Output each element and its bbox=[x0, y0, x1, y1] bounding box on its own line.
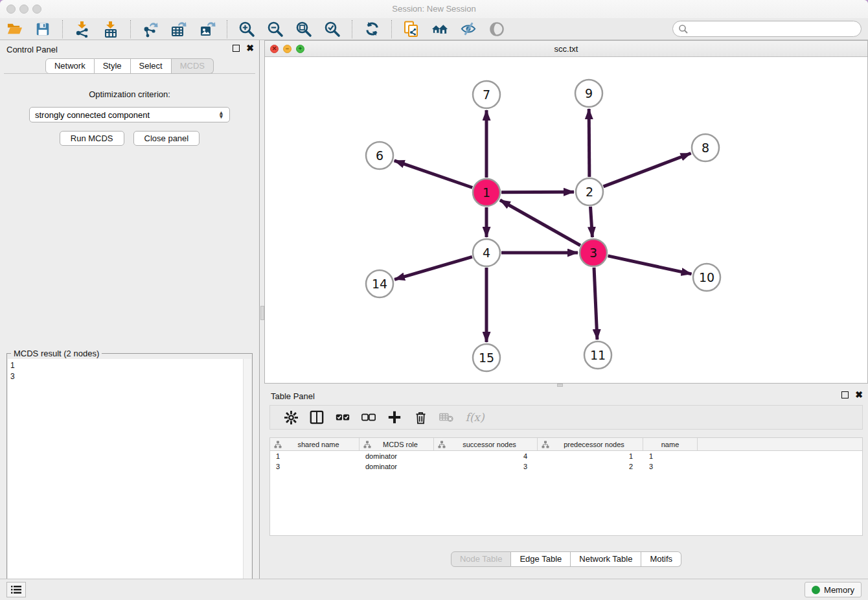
cell-shared-name: 1 bbox=[270, 452, 360, 460]
graph-node-9[interactable]: 9 bbox=[575, 80, 602, 107]
close-panel-icon[interactable]: ✖ bbox=[246, 45, 254, 52]
main-toolbar bbox=[0, 18, 868, 40]
tab-network[interactable]: Network bbox=[45, 58, 95, 74]
import-table-icon[interactable] bbox=[102, 21, 119, 38]
table-row[interactable]: 1 dominator 4 1 1 bbox=[270, 451, 862, 461]
graph-edge-3-10[interactable] bbox=[608, 256, 691, 274]
graph-edge-1-2[interactable] bbox=[501, 192, 574, 192]
graph-node-label: 10 bbox=[699, 270, 714, 284]
show-graphics-details-icon bbox=[488, 21, 505, 38]
graph-node-label: 9 bbox=[585, 86, 593, 100]
graph-node-label: 2 bbox=[586, 185, 593, 199]
delete-table-icon bbox=[439, 410, 454, 425]
mcds-result-text[interactable]: 1 3 bbox=[8, 359, 243, 598]
close-panel-button[interactable]: Close panel bbox=[133, 131, 200, 146]
tab-style[interactable]: Style bbox=[95, 58, 131, 74]
graph-edge-1-6[interactable] bbox=[394, 161, 473, 188]
open-session-icon[interactable] bbox=[6, 21, 23, 38]
graph-node-3[interactable]: 3 bbox=[580, 239, 607, 266]
hide-graphics-details-icon[interactable] bbox=[460, 21, 477, 38]
float-panel-icon[interactable] bbox=[841, 391, 849, 398]
tab-motifs[interactable]: Motifs bbox=[641, 551, 681, 567]
tab-select[interactable]: Select bbox=[131, 58, 172, 74]
graph-node-label: 4 bbox=[483, 246, 490, 260]
cell-successor-nodes: 4 bbox=[434, 452, 538, 460]
task-history-button[interactable] bbox=[6, 582, 26, 597]
graph-node-14[interactable]: 14 bbox=[366, 270, 393, 297]
graph-edge-2-9[interactable] bbox=[589, 109, 589, 177]
graph-node-1[interactable]: 1 bbox=[473, 179, 500, 206]
result-line: 3 bbox=[10, 371, 240, 382]
node-table-header: shared name MCDS role successor nodes pr… bbox=[270, 438, 862, 451]
export-table-icon[interactable] bbox=[170, 21, 187, 38]
memory-button[interactable]: Memory bbox=[805, 582, 862, 597]
graph-edge-2-8[interactable] bbox=[604, 154, 691, 187]
tab-network-table[interactable]: Network Table bbox=[571, 551, 641, 567]
tab-node-table[interactable]: Node Table bbox=[451, 551, 512, 567]
select-all-icon[interactable] bbox=[335, 410, 350, 425]
graph-edge-3-11[interactable] bbox=[594, 268, 597, 340]
table-row[interactable]: 3 dominator 3 2 3 bbox=[270, 461, 862, 472]
graph-edge-4-14[interactable] bbox=[394, 257, 472, 279]
export-network-icon[interactable] bbox=[142, 21, 159, 38]
graph-node-4[interactable]: 4 bbox=[473, 239, 500, 266]
cell-predecessor-nodes: 2 bbox=[538, 463, 643, 470]
network-window-titlebar[interactable]: ✕ − + scc.txt bbox=[265, 41, 867, 57]
unselect-all-icon[interactable] bbox=[361, 410, 376, 425]
export-image-icon[interactable] bbox=[199, 21, 216, 38]
cell-name: 3 bbox=[643, 463, 698, 470]
vertical-splitter[interactable] bbox=[259, 40, 264, 579]
column-header-name[interactable]: name bbox=[643, 438, 698, 450]
tab-mcds[interactable]: MCDS bbox=[172, 58, 214, 74]
clone-network-icon[interactable] bbox=[403, 21, 420, 38]
mcds-result-group: MCDS result (2 nodes) 1 3 bbox=[6, 353, 253, 599]
control-panel-tabs: NetworkStyleSelectMCDS bbox=[0, 58, 259, 74]
tab-edge-table[interactable]: Edge Table bbox=[511, 551, 571, 567]
home-icon[interactable] bbox=[431, 21, 448, 38]
column-header-shared-name[interactable]: shared name bbox=[270, 438, 360, 450]
criterion-select-value: strongly connected component bbox=[35, 110, 218, 120]
zoom-out-icon[interactable] bbox=[267, 21, 284, 38]
graph-node-15[interactable]: 15 bbox=[473, 344, 500, 371]
cell-predecessor-nodes: 1 bbox=[538, 452, 643, 460]
delete-icon[interactable] bbox=[413, 410, 428, 425]
graph-edge-2-3[interactable] bbox=[590, 207, 592, 237]
zoom-fit-icon[interactable] bbox=[295, 21, 312, 38]
result-scrollbar[interactable] bbox=[243, 359, 251, 598]
column-header-successor-nodes[interactable]: successor nodes bbox=[434, 438, 538, 450]
graph-node-11[interactable]: 11 bbox=[584, 341, 611, 369]
close-panel-icon[interactable]: ✖ bbox=[855, 391, 863, 398]
mcds-result-legend: MCDS result (2 nodes) bbox=[11, 349, 102, 358]
graph-node-label: 1 bbox=[483, 185, 490, 200]
criterion-select[interactable]: strongly connected component ▲▼ bbox=[29, 107, 230, 122]
refresh-icon[interactable] bbox=[363, 21, 380, 38]
column-header-predecessor-nodes[interactable]: predecessor nodes bbox=[538, 438, 643, 450]
graph-edge-3-1[interactable] bbox=[500, 200, 580, 246]
toolbar-separator bbox=[227, 20, 227, 38]
cell-name: 1 bbox=[643, 452, 698, 460]
import-network-icon[interactable] bbox=[74, 21, 91, 38]
graph-node-8[interactable]: 8 bbox=[692, 134, 719, 161]
zoom-selected-icon[interactable] bbox=[324, 21, 341, 38]
network-canvas[interactable]: 7968124314101511 bbox=[265, 57, 867, 383]
graph-node-2[interactable]: 2 bbox=[576, 178, 603, 205]
graph-node-7[interactable]: 7 bbox=[473, 81, 500, 108]
save-session-icon[interactable] bbox=[34, 21, 51, 38]
column-header-mcds-role[interactable]: MCDS role bbox=[360, 438, 434, 450]
table-settings-icon[interactable] bbox=[283, 410, 299, 425]
run-mcds-button[interactable]: Run MCDS bbox=[60, 131, 124, 146]
add-icon[interactable] bbox=[387, 410, 402, 425]
table-toolbar: f(x) bbox=[269, 405, 863, 430]
node-table: shared name MCDS role successor nodes pr… bbox=[269, 437, 863, 536]
graph-node-6[interactable]: 6 bbox=[366, 142, 393, 169]
search-box[interactable] bbox=[672, 21, 862, 37]
zoom-in-icon[interactable] bbox=[238, 21, 255, 38]
search-input[interactable] bbox=[689, 23, 861, 36]
control-panel-title: Control Panel bbox=[6, 45, 58, 54]
float-panel-icon[interactable] bbox=[233, 45, 240, 52]
show-column-icon[interactable] bbox=[309, 410, 325, 425]
mcds-panel-body: Optimization criterion: strongly connect… bbox=[4, 73, 255, 575]
graph-node-10[interactable]: 10 bbox=[693, 264, 720, 291]
list-icon bbox=[11, 585, 21, 594]
chevron-up-down-icon: ▲▼ bbox=[218, 111, 224, 119]
